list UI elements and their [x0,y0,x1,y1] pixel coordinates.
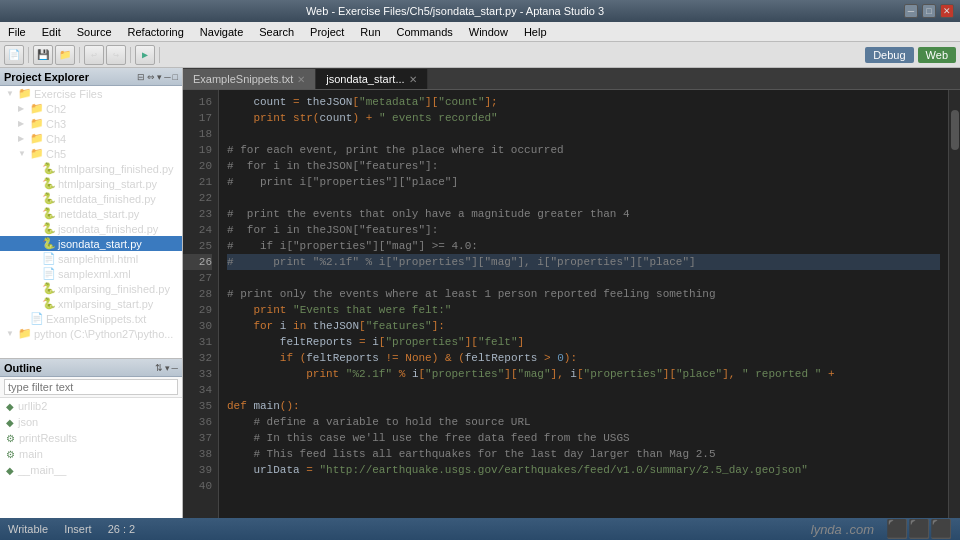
tree-arrow-icon: ▼ [18,149,28,158]
debug-button[interactable]: Debug [865,47,913,63]
tree-item-label: htmlparsing_start.py [58,178,157,190]
tab-close-icon[interactable]: ✕ [297,74,305,85]
tree-item[interactable]: ▶📁Ch2 [0,101,182,116]
tree-item[interactable]: 🐍htmlparsing_start.py [0,176,182,191]
tree-item[interactable]: ▼📁Ch5 [0,146,182,161]
close-button[interactable]: ✕ [940,4,954,18]
menu-item-run[interactable]: Run [352,24,388,40]
outline-item-icon: ◆ [6,465,14,476]
tree-item[interactable]: 🐍xmlparsing_finished.py [0,281,182,296]
menu-item-source[interactable]: Source [69,24,120,40]
menu-item-search[interactable]: Search [251,24,302,40]
tree-arrow-icon: ▼ [6,89,16,98]
tree-indent [2,238,28,250]
code-line: # for i in theJSON["features"]: [227,222,940,238]
code-line: # print only the events where at least 1… [227,286,940,302]
tree-item[interactable]: 🐍jsondata_finished.py [0,221,182,236]
code-line: # This feed lists all earthquakes for th… [227,446,940,462]
tree-indent [2,313,16,325]
code-line: print "%2.1f" % i["properties"]["mag"], … [227,366,940,382]
menu-item-help[interactable]: Help [516,24,555,40]
outline-menu-icon[interactable]: ▾ [165,363,170,373]
tree-item[interactable]: 🐍htmlparsing_finished.py [0,161,182,176]
panel-menu-icon[interactable]: ▾ [157,72,162,82]
code-line: if (feltReports != None) & (feltReports … [227,350,940,366]
code-line: # for each event, print the place where … [227,142,940,158]
editor-scrollbar[interactable] [948,90,960,518]
outline-item[interactable]: ⚙printResults [0,430,182,446]
tree-file-icon: 📄 [42,267,56,280]
code-line: count = theJSON["metadata"]["count"]; [227,94,940,110]
tree-item[interactable]: 🐍inetdata_finished.py [0,191,182,206]
outline-item[interactable]: ⚙main [0,446,182,462]
minimize-panel-icon[interactable]: ─ [164,72,170,82]
tree-item[interactable]: 🐍jsondata_start.py [0,236,182,251]
line-number: 40 [183,478,212,494]
outline-header: Outline ⇅ ▾ ─ [0,359,182,377]
outline-item-label: __main__ [18,464,66,476]
tree-file-icon: 📁 [18,327,32,340]
tree-item-label: xmlparsing_start.py [58,298,153,310]
tree-item[interactable]: ▼📁Exercise Files [0,86,182,101]
menu-item-refactoring[interactable]: Refactoring [120,24,192,40]
tree-item[interactable]: 🐍xmlparsing_start.py [0,296,182,311]
menu-item-commands[interactable]: Commands [389,24,461,40]
code-line: # print the events that only have a magn… [227,206,940,222]
outline-panel: Outline ⇅ ▾ ─ ◆urllib2◆json⚙printResults… [0,358,182,518]
outline-item[interactable]: ◆urllib2 [0,398,182,414]
tree-item[interactable]: 🐍inetdata_start.py [0,206,182,221]
tree-file-icon: 📄 [42,252,56,265]
code-content[interactable]: count = theJSON["metadata"]["count"]; pr… [219,90,948,518]
maximize-button[interactable]: □ [922,4,936,18]
outline-minimize-icon[interactable]: ─ [172,363,178,373]
new-button[interactable]: 📄 [4,45,24,65]
menu-item-project[interactable]: Project [302,24,352,40]
open-button[interactable]: 📁 [55,45,75,65]
menu-item-edit[interactable]: Edit [34,24,69,40]
tab-close-icon[interactable]: ✕ [409,74,417,85]
tree-file-icon: 🐍 [42,297,56,310]
web-button[interactable]: Web [918,47,956,63]
line-number: 33 [183,366,212,382]
tree-file-icon: 📁 [30,117,44,130]
outline-item-label: printResults [19,432,77,444]
line-number: 36 [183,414,212,430]
tree-item-label: inetdata_start.py [58,208,139,220]
tree-item[interactable]: 📄samplexml.xml [0,266,182,281]
editor-tab[interactable]: ExampleSnippets.txt✕ [183,69,316,89]
tree-item-label: samplehtml.html [58,253,138,265]
tree-item[interactable]: 📄ExampleSnippets.txt [0,311,182,326]
run-button[interactable]: ▶ [135,45,155,65]
menu-item-file[interactable]: File [0,24,34,40]
outline-filter-input[interactable] [4,379,178,395]
tree-item[interactable]: ▼📁python (C:\Python27\pytho... [0,326,182,341]
redo-button[interactable]: ↪ [106,45,126,65]
outline-item[interactable]: ◆__main__ [0,462,182,478]
tree-item[interactable]: 📄samplehtml.html [0,251,182,266]
insert-status: Insert [64,523,92,535]
collapse-all-icon[interactable]: ⊟ [137,72,145,82]
sort-icon[interactable]: ⇅ [155,363,163,373]
link-editor-icon[interactable]: ⇔ [147,72,155,82]
save-button[interactable]: 💾 [33,45,53,65]
tree-item-label: Ch3 [46,118,66,130]
menu-item-window[interactable]: Window [461,24,516,40]
code-editor: 1617181920212223242526272829303132333435… [183,90,960,518]
maximize-panel-icon[interactable]: □ [173,72,178,82]
tree-item-label: ExampleSnippets.txt [46,313,146,325]
outline-item-icon: ◆ [6,417,14,428]
outline-item[interactable]: ◆json [0,414,182,430]
outline-panel-icons: ⇅ ▾ ─ [155,363,178,373]
undo-button[interactable]: ↩ [84,45,104,65]
tree-item[interactable]: ▶📁Ch3 [0,116,182,131]
project-explorer: Project Explorer ⊟ ⇔ ▾ ─ □ ▼📁Exercise Fi… [0,68,182,358]
editor-tab[interactable]: jsondata_start...✕ [316,69,427,89]
menu-item-navigate[interactable]: Navigate [192,24,251,40]
code-line [227,270,940,286]
minimize-button[interactable]: ─ [904,4,918,18]
outline-title: Outline [4,362,42,374]
tree-item[interactable]: ▶📁Ch4 [0,131,182,146]
project-explorer-header: Project Explorer ⊟ ⇔ ▾ ─ □ [0,68,182,86]
tree-item-label: python (C:\Python27\pytho... [34,328,173,340]
tree-indent [2,223,28,235]
